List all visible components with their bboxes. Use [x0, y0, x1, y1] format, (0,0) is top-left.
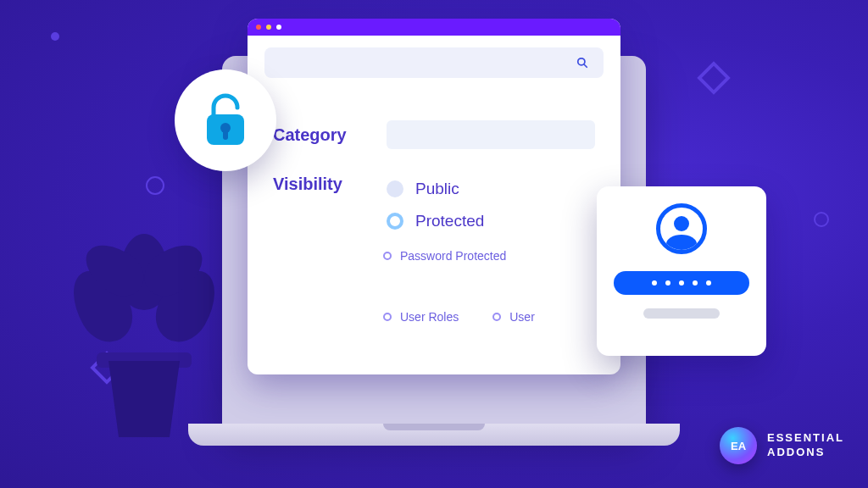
browser-window: Category Visibility Public Protected Pas… — [248, 19, 620, 374]
brand-icon-text: EA — [731, 440, 746, 452]
brand-icon: EA — [720, 427, 757, 464]
avatar-icon — [656, 203, 707, 254]
category-input[interactable] — [387, 120, 595, 149]
radio-icon — [387, 180, 403, 197]
radio-icon — [387, 213, 403, 230]
category-label: Category — [273, 125, 366, 145]
visibility-protected-radio[interactable]: Protected — [387, 212, 484, 230]
radio-icon — [383, 252, 392, 260]
visibility-public-radio[interactable]: Public — [387, 180, 484, 198]
search-icon — [576, 57, 588, 69]
window-titlebar — [248, 19, 620, 36]
brand-logo: EA ESSENTIAL ADDONS — [720, 427, 844, 464]
deco-circle — [814, 212, 829, 227]
search-input[interactable] — [264, 47, 604, 78]
deco-circle — [146, 176, 164, 195]
minimize-icon[interactable] — [266, 25, 271, 30]
close-icon[interactable] — [256, 25, 261, 30]
radio-icon — [492, 313, 501, 321]
visibility-label: Visibility — [273, 175, 366, 194]
brand-line1: ESSENTIAL — [767, 431, 844, 446]
lock-badge — [175, 69, 276, 171]
svg-rect-4 — [223, 130, 228, 140]
radio-label: Protected — [415, 212, 484, 230]
sub-option-user[interactable]: User — [492, 310, 535, 324]
svg-line-1 — [584, 64, 587, 68]
laptop-base — [188, 424, 680, 446]
login-card — [597, 186, 766, 356]
sub-option-label: User — [509, 310, 535, 324]
login-button[interactable] — [643, 308, 720, 319]
sub-option-label: Password Protected — [400, 249, 506, 263]
lock-icon — [202, 92, 249, 148]
sub-option-password-protected[interactable]: Password Protected — [383, 249, 506, 263]
radio-label: Public — [415, 180, 459, 198]
password-field[interactable] — [614, 271, 749, 295]
sub-option-user-roles[interactable]: User Roles — [383, 310, 459, 324]
maximize-icon[interactable] — [276, 25, 281, 30]
radio-icon — [383, 313, 392, 321]
deco-circle — [51, 32, 59, 41]
sub-option-label: User Roles — [400, 310, 459, 324]
brand-line2: ADDONS — [767, 446, 844, 460]
deco-diamond — [697, 61, 731, 95]
